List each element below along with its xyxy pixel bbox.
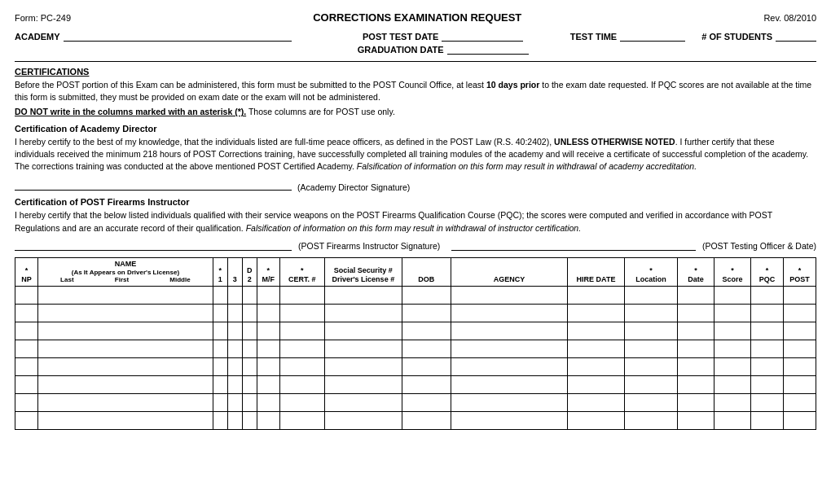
table-cell[interactable] [15, 375, 38, 393]
table-cell[interactable] [213, 375, 227, 393]
table-cell[interactable] [324, 304, 402, 322]
table-cell[interactable] [257, 322, 279, 340]
table-cell[interactable] [714, 286, 751, 304]
table-cell[interactable] [625, 393, 678, 411]
table-cell[interactable] [242, 286, 257, 304]
table-cell[interactable] [402, 286, 451, 304]
table-cell[interactable] [279, 393, 324, 411]
table-cell[interactable] [784, 393, 816, 411]
table-cell[interactable] [213, 304, 227, 322]
table-cell[interactable] [451, 286, 567, 304]
table-cell[interactable] [15, 357, 38, 375]
table-cell[interactable] [15, 393, 38, 411]
table-cell[interactable] [784, 304, 816, 322]
table-cell[interactable] [279, 375, 324, 393]
table-cell[interactable] [257, 304, 279, 322]
table-cell[interactable] [279, 286, 324, 304]
table-cell[interactable] [324, 375, 402, 393]
table-cell[interactable] [451, 357, 567, 375]
table-cell[interactable] [751, 322, 784, 340]
table-cell[interactable] [568, 375, 625, 393]
table-cell[interactable] [213, 393, 227, 411]
table-cell[interactable] [279, 411, 324, 429]
table-cell[interactable] [784, 286, 816, 304]
table-cell[interactable] [714, 322, 751, 340]
table-cell[interactable] [242, 304, 257, 322]
table-cell[interactable] [227, 357, 242, 375]
table-cell[interactable] [678, 340, 714, 357]
table-cell[interactable] [714, 375, 751, 393]
table-cell[interactable] [38, 357, 213, 375]
table-cell[interactable] [625, 304, 678, 322]
table-cell[interactable] [751, 393, 784, 411]
table-cell[interactable] [227, 304, 242, 322]
table-cell[interactable] [242, 393, 257, 411]
table-cell[interactable] [257, 375, 279, 393]
table-cell[interactable] [568, 393, 625, 411]
table-cell[interactable] [279, 322, 324, 340]
table-cell[interactable] [213, 411, 227, 429]
table-cell[interactable] [625, 340, 678, 357]
table-cell[interactable] [625, 357, 678, 375]
table-cell[interactable] [678, 304, 714, 322]
table-cell[interactable] [257, 357, 279, 375]
table-cell[interactable] [15, 340, 38, 357]
table-cell[interactable] [15, 411, 38, 429]
table-cell[interactable] [625, 322, 678, 340]
table-cell[interactable] [257, 393, 279, 411]
table-cell[interactable] [213, 286, 227, 304]
table-cell[interactable] [402, 393, 451, 411]
table-cell[interactable] [402, 322, 451, 340]
table-cell[interactable] [242, 375, 257, 393]
table-cell[interactable] [568, 286, 625, 304]
table-cell[interactable] [751, 286, 784, 304]
table-cell[interactable] [568, 340, 625, 357]
table-cell[interactable] [625, 286, 678, 304]
table-cell[interactable] [402, 304, 451, 322]
table-cell[interactable] [279, 304, 324, 322]
table-cell[interactable] [227, 322, 242, 340]
table-cell[interactable] [227, 411, 242, 429]
table-cell[interactable] [15, 286, 38, 304]
table-cell[interactable] [678, 357, 714, 375]
table-cell[interactable] [279, 357, 324, 375]
table-cell[interactable] [568, 304, 625, 322]
table-cell[interactable] [213, 322, 227, 340]
table-cell[interactable] [714, 393, 751, 411]
table-cell[interactable] [714, 357, 751, 375]
table-cell[interactable] [568, 411, 625, 429]
table-cell[interactable] [451, 340, 567, 357]
table-cell[interactable] [402, 411, 451, 429]
table-cell[interactable] [227, 393, 242, 411]
table-cell[interactable] [38, 393, 213, 411]
table-cell[interactable] [751, 357, 784, 375]
table-cell[interactable] [242, 357, 257, 375]
table-cell[interactable] [678, 286, 714, 304]
table-cell[interactable] [678, 393, 714, 411]
table-cell[interactable] [451, 304, 567, 322]
table-cell[interactable] [15, 304, 38, 322]
table-cell[interactable] [625, 375, 678, 393]
table-cell[interactable] [213, 357, 227, 375]
table-cell[interactable] [324, 357, 402, 375]
table-cell[interactable] [227, 286, 242, 304]
table-cell[interactable] [257, 340, 279, 357]
table-cell[interactable] [714, 411, 751, 429]
table-cell[interactable] [38, 322, 213, 340]
table-cell[interactable] [568, 357, 625, 375]
table-cell[interactable] [38, 286, 213, 304]
table-cell[interactable] [324, 286, 402, 304]
table-cell[interactable] [451, 411, 567, 429]
table-cell[interactable] [784, 340, 816, 357]
table-cell[interactable] [751, 411, 784, 429]
table-cell[interactable] [279, 340, 324, 357]
table-cell[interactable] [38, 375, 213, 393]
table-cell[interactable] [451, 393, 567, 411]
table-cell[interactable] [324, 393, 402, 411]
table-cell[interactable] [213, 340, 227, 357]
table-cell[interactable] [784, 322, 816, 340]
table-cell[interactable] [227, 340, 242, 357]
table-cell[interactable] [38, 411, 213, 429]
table-cell[interactable] [678, 375, 714, 393]
table-cell[interactable] [784, 411, 816, 429]
